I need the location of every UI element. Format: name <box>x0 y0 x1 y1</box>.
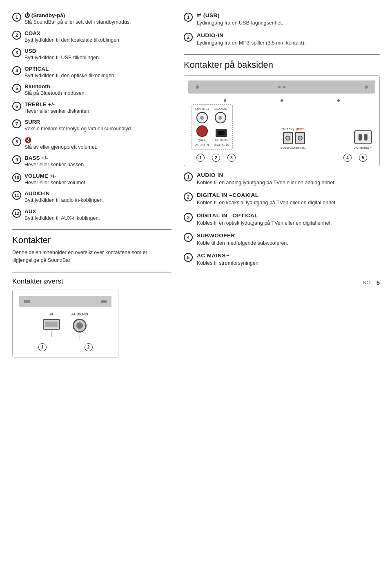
item-title-1: ⏻ (Standby-på) <box>24 12 172 18</box>
item-content-6: TREBLE +/- Hever eller senker diskanten. <box>24 101 172 115</box>
usb-icon: ⇄ <box>197 12 202 18</box>
item-title-5: Bluetooth <box>24 83 172 89</box>
back-strip-sq2 <box>283 86 285 88</box>
item-3: 3 USB Bytt lydkilden til USB-tilkoblinge… <box>12 48 172 62</box>
rca-coax-group: L(WHITE) COAXIAL <box>192 104 233 150</box>
back-strip-sq1 <box>278 86 281 88</box>
back-item-desc-2: Kobles til en koaksial lydutgang på TVen… <box>197 200 337 205</box>
item-6: 6 TREBLE +/- Hever eller senker diskante… <box>12 101 172 115</box>
back-diagram-box: L(WHITE) COAXIAL <box>184 75 380 166</box>
item-title-9: BASS +/- <box>24 155 172 161</box>
strip-element-right <box>101 300 107 303</box>
item-title-12: AUX <box>24 208 172 214</box>
back-diag-num-5: 5 <box>359 154 367 162</box>
sub-black-socket <box>283 132 293 144</box>
item-number-12: 12 <box>12 209 21 218</box>
item-desc-6: Hever eller senker diskanten. <box>24 108 91 114</box>
back-strip <box>188 80 375 94</box>
item-title-3: USB <box>24 48 172 54</box>
item-8: 8 🔇 Slå av eller gjenopprett volumet. <box>12 137 172 151</box>
back-item-4: 4 SUBWOOFER Koble til den medfølgende su… <box>184 232 380 247</box>
back-item-3: 3 DIGITAL IN –OPTICAL Kobles til en opti… <box>184 212 380 227</box>
l-white-socket <box>196 112 208 123</box>
back-connectors-area: L(WHITE) COAXIAL <box>188 104 375 150</box>
item-1: 1 ⏻ (Standby-på) Slå SoundBar på eller s… <box>12 12 172 26</box>
item-5: 5 Bluetooth Slå på Bluetooth modusen. <box>12 83 172 97</box>
right-item-title-audioin: AUDIO-IN <box>197 32 380 38</box>
item-desc-9: Hever eller senker bassen. <box>24 162 85 168</box>
item-9: 9 BASS +/- Hever eller senker bassen. <box>12 155 172 169</box>
back-items-list: 1 AUDIO IN Kobles til en analog lydutgan… <box>184 172 380 267</box>
right-column: 1 ⇄ (USB) Lydinngang fra en USB-lagrings… <box>184 12 380 562</box>
dot2 <box>281 99 283 102</box>
mute-icon: 🔇 <box>24 137 31 143</box>
usb-socket-top <box>43 319 60 330</box>
audioin-connector-group: AUDIO-IN <box>71 312 88 340</box>
r-red-socket <box>196 125 208 137</box>
item-content-1: ⏻ (Standby-på) Slå SoundBar på eller set… <box>24 12 172 26</box>
sub-black-terminal: (BLACK) <box>282 127 294 144</box>
acmains-group: AC MAINS ~ <box>354 130 372 150</box>
back-diag-num-3: 3 <box>227 154 236 162</box>
item-title-4: OPTICAL <box>24 66 172 72</box>
audio-in-label-diag: AUDIO IN <box>195 143 209 147</box>
dot1 <box>224 99 226 102</box>
back-item-number-2: 2 <box>184 192 193 201</box>
item-desc-2: Bytt lydkilden til den koaksiale tilkobl… <box>24 37 121 43</box>
acmains-socket <box>354 130 372 144</box>
back-diagram-numbers: 1 2 3 4 5 <box>188 154 375 162</box>
kontakter-section: Kontakter Denne delen inneholder en over… <box>12 235 172 264</box>
item-content-12: AUX Bytt lydkilden til AUX-tilkoblingen. <box>24 208 172 222</box>
optical-connector: OPTICAL DIGITAL IN <box>214 129 229 147</box>
item-title-10: VOLUME +/- <box>24 173 172 179</box>
item-12: 12 AUX Bytt lydkilden til AUX-tilkobling… <box>12 208 172 222</box>
usb-line <box>51 331 51 337</box>
item-content-11: AUDIO-IN Bytt lydkilden til audio in-kob… <box>24 190 172 204</box>
audioin-socket-top <box>73 319 87 333</box>
left-column: 1 ⏻ (Standby-på) Slå SoundBar på eller s… <box>12 12 172 562</box>
item-number-6: 6 <box>12 102 21 111</box>
r-red-inner <box>200 130 204 133</box>
top-numbers-row: 1 2 <box>19 343 111 351</box>
back-item-title-2: DIGITAL IN –COAXIAL <box>197 192 380 198</box>
back-numbers-right: 4 5 <box>343 154 367 162</box>
back-strip-middle <box>278 86 285 88</box>
item-content-4: OPTICAL Bytt lydkilden til den optiske t… <box>24 66 172 80</box>
coaxial-connector: COAXIAL <box>214 107 227 123</box>
item-content-9: BASS +/- Hever eller senker bassen. <box>24 155 172 169</box>
back-item-1: 1 AUDIO IN Kobles til en analog lydutgan… <box>184 172 380 186</box>
sub-red-terminal: (RED) <box>295 127 305 144</box>
back-diag-num-4: 4 <box>343 154 352 162</box>
coaxial-inner <box>218 116 222 120</box>
acmains-hole-2 <box>364 134 368 141</box>
back-item-content-2: DIGITAL IN –COAXIAL Kobles til en koaksi… <box>197 192 380 206</box>
top-diagram-box: ⇄ AUDIO-IN <box>12 290 118 357</box>
item-content-5: Bluetooth Slå på Bluetooth modusen. <box>24 83 172 97</box>
page: 1 ⏻ (Standby-på) Slå SoundBar på eller s… <box>0 0 392 574</box>
back-diag-num-2: 2 <box>212 154 220 162</box>
usb-socket-inner <box>45 322 58 327</box>
strip-element-left <box>24 300 30 303</box>
rca-coax-inner: L(WHITE) COAXIAL <box>195 107 229 123</box>
back-item-content-5: AC MAINS~ Kobles til strømforsyningen. <box>197 252 380 267</box>
right-item-content-usb: ⇄ (USB) Lydinngang fra en USB-lagringsen… <box>197 12 380 27</box>
item-desc-3: Bytt lydkilden til USB-tilkoblingen. <box>24 55 100 60</box>
item-number-5: 5 <box>12 84 21 93</box>
item-number-10: 10 <box>12 173 21 182</box>
item-title-11: AUDIO-IN <box>24 190 172 197</box>
audioin-line <box>80 334 80 340</box>
acmains-hole-1 <box>359 134 362 141</box>
back-item-number-4: 4 <box>184 233 193 242</box>
back-item-desc-4: Koble til den medfølgende subwooferen. <box>197 240 288 246</box>
page-lang: NO <box>363 279 371 286</box>
acmains-label: AC MAINS ~ <box>354 146 372 150</box>
page-footer: NO 5 <box>184 279 380 286</box>
usb-icon-small: ⇄ <box>50 312 53 317</box>
back-item-number-3: 3 <box>184 213 193 222</box>
l-white-connector: L(WHITE) <box>195 107 209 123</box>
back-item-5: 5 AC MAINS~ Kobles til strømforsyningen. <box>184 252 380 267</box>
item-7: 7 SURR Veksle mellom stereolyd og virtue… <box>12 119 172 133</box>
back-item-title-3: DIGITAL IN –OPTICAL <box>197 212 380 219</box>
right-item-usb: 1 ⇄ (USB) Lydinngang fra en USB-lagrings… <box>184 12 380 27</box>
sub-red-hole <box>298 136 303 141</box>
